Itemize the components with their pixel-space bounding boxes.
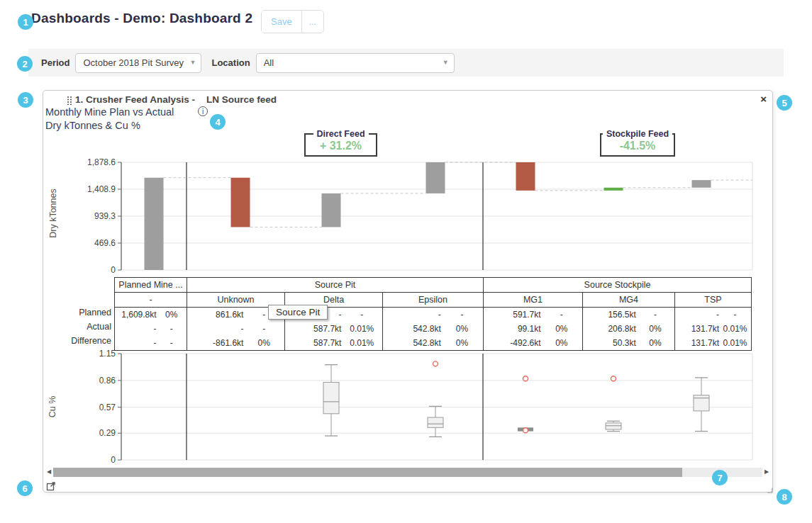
chart-title-line2: Dry kTonnes & Cu % bbox=[45, 119, 174, 133]
table-column-header: Epsilon bbox=[383, 293, 484, 308]
boxplot-mg1 bbox=[518, 376, 533, 433]
open-external-icon[interactable] bbox=[46, 481, 56, 494]
widget-feed-title: LN Source feed bbox=[206, 94, 277, 105]
table-cell: 542.8kt0% bbox=[383, 322, 484, 336]
table-cell: 591.7kt- bbox=[484, 308, 583, 322]
widget-title-text: 1. Crusher Feed Analysis - bbox=[75, 94, 195, 105]
waterfall-bar-delta bbox=[322, 193, 341, 227]
outlier-point bbox=[611, 376, 616, 381]
table-row-label: Actual bbox=[50, 320, 111, 334]
table-group-header: Planned Mine ... bbox=[115, 278, 187, 293]
more-options-button[interactable]: ... bbox=[301, 11, 323, 33]
svg-text:1.15: 1.15 bbox=[99, 350, 116, 359]
table-cell: 131.7kt0.01% bbox=[675, 322, 752, 336]
table-cell: -- bbox=[115, 322, 187, 336]
annotation-badge-1: 1 bbox=[18, 14, 33, 30]
annotation-badge-3: 3 bbox=[18, 92, 33, 108]
waterfall-bar-mg4 bbox=[604, 188, 623, 191]
stockpile-feed-value: -41.5% bbox=[601, 140, 674, 152]
period-selected-value: October 2018 Pit Survey bbox=[83, 57, 184, 68]
outlier-point bbox=[433, 361, 438, 366]
annotation-badge-5: 5 bbox=[777, 95, 792, 111]
svg-text:1,408.9: 1,408.9 bbox=[87, 184, 116, 194]
info-icon[interactable]: i bbox=[198, 106, 208, 116]
table-cell: -492.6kt0% bbox=[484, 336, 583, 351]
chevron-down-icon: ▼ bbox=[443, 60, 449, 66]
annotation-badge-4: 4 bbox=[210, 114, 226, 130]
table-cell: 206.8kt0% bbox=[583, 322, 675, 336]
period-select[interactable]: October 2018 Pit Survey ▼ bbox=[75, 53, 201, 73]
resize-handle-icon[interactable] bbox=[767, 483, 773, 496]
widget-header: 1. Crusher Feed Analysis -LN Source feed… bbox=[43, 91, 772, 106]
scroll-left-button[interactable]: ◀ bbox=[45, 467, 53, 477]
svg-text:0: 0 bbox=[111, 265, 116, 274]
outlier-point bbox=[523, 428, 528, 433]
waterfall-bar-unknown bbox=[231, 178, 250, 227]
boxplot-mg4 bbox=[606, 376, 621, 432]
boxplot-chart: 00.290.570.861.15 bbox=[43, 350, 774, 463]
table-cell: 587.7kt0.01% bbox=[285, 322, 383, 336]
horizontal-scrollbar[interactable]: ◀ ▶ bbox=[45, 467, 771, 477]
table-cell: 1,609.8kt0% bbox=[115, 308, 187, 322]
table-row-label: Planned bbox=[50, 305, 111, 320]
location-label: Location bbox=[211, 57, 250, 68]
stockpile-feed-label: Stockpile Feed bbox=[603, 129, 672, 139]
waterfall-bar-mg1 bbox=[516, 162, 535, 191]
page: Dashboards - Demo: Dashboard 2 Save ... … bbox=[0, 0, 812, 523]
svg-text:0.29: 0.29 bbox=[99, 428, 116, 438]
close-widget-button[interactable]: × bbox=[760, 94, 767, 104]
table-group-header: Source Pit bbox=[187, 278, 484, 293]
period-label: Period bbox=[41, 57, 69, 68]
tooltip: Source Pit bbox=[268, 305, 328, 320]
table-cell: 131.7kt0.01% bbox=[675, 336, 752, 351]
chart-title-line1: Monthly Mine Plan vs Actual bbox=[45, 106, 174, 119]
table-cell: 99.1kt0% bbox=[484, 322, 583, 336]
stockpile-feed-annotation: Stockpile Feed -41.5% bbox=[600, 133, 675, 157]
svg-text:469.6: 469.6 bbox=[94, 238, 116, 248]
scroll-right-button[interactable]: ▶ bbox=[762, 467, 771, 477]
table-cell: 542.8kt0% bbox=[383, 336, 484, 351]
table-column-header: - bbox=[115, 293, 187, 308]
chart-title: Monthly Mine Plan vs Actual Dry kTonnes … bbox=[45, 106, 174, 132]
scrollbar-thumb[interactable] bbox=[53, 468, 682, 477]
table-cell: -- bbox=[187, 322, 285, 336]
table-cell: 587.7kt0.01% bbox=[285, 336, 383, 351]
table-column-header: MG4 bbox=[583, 293, 675, 308]
boxplot-tsp bbox=[694, 378, 709, 432]
location-selected-value: All bbox=[264, 57, 274, 68]
svg-text:939.3: 939.3 bbox=[94, 211, 116, 221]
annotation-badge-8: 8 bbox=[777, 489, 792, 505]
table-column-header: TSP bbox=[675, 293, 752, 308]
table-row-label: Difference bbox=[50, 334, 111, 348]
direct-feed-annotation: Direct Feed + 31.2% bbox=[304, 133, 377, 157]
annotation-badge-2: 2 bbox=[17, 56, 33, 72]
page-title: Dashboards - Demo: Dashboard 2 bbox=[31, 11, 252, 26]
svg-text:0.86: 0.86 bbox=[99, 376, 116, 386]
table-column-header: MG1 bbox=[484, 293, 583, 308]
table-cell: -861.6kt0% bbox=[187, 336, 285, 351]
scrollbar-track[interactable] bbox=[53, 468, 762, 477]
outlier-point bbox=[523, 376, 528, 381]
filter-bar: Period October 2018 Pit Survey ▼ Locatio… bbox=[28, 49, 784, 77]
boxplot-epsilon bbox=[428, 361, 443, 437]
annotation-badge-7: 7 bbox=[712, 470, 728, 485]
boxplot-delta bbox=[323, 365, 339, 436]
svg-text:0.57: 0.57 bbox=[99, 403, 116, 412]
table-row-labels: PlannedActualDifference bbox=[50, 305, 111, 348]
save-button[interactable]: Save bbox=[262, 11, 301, 33]
svg-text:1,878.6: 1,878.6 bbox=[87, 157, 116, 167]
table-cell: -- bbox=[675, 308, 752, 322]
location-select[interactable]: All ▼ bbox=[256, 53, 455, 73]
waterfall-bar-epsilon bbox=[426, 162, 445, 193]
widget-title: 1. Crusher Feed Analysis -LN Source feed bbox=[75, 94, 277, 105]
widget-crusher-feed-analysis: 1. Crusher Feed Analysis -LN Source feed… bbox=[43, 90, 773, 493]
table-cell: -- bbox=[115, 336, 187, 351]
waterfall-bar-tsp bbox=[692, 180, 711, 188]
table-cell: 156.5kt- bbox=[583, 308, 675, 322]
table-cell: -- bbox=[383, 308, 484, 322]
annotation-badge-6: 6 bbox=[17, 480, 33, 496]
table-cell: 50.3kt0% bbox=[583, 336, 675, 351]
table-group-header: Source Stockpile bbox=[484, 278, 752, 293]
table-row: ---861.6kt0%587.7kt0.01%542.8kt0%-492.6k… bbox=[115, 336, 752, 351]
direct-feed-value: + 31.2% bbox=[306, 140, 376, 152]
